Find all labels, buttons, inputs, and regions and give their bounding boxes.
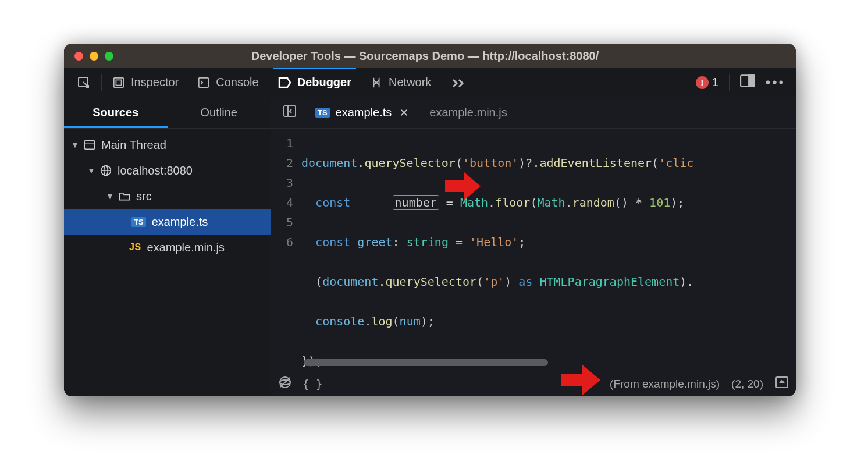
tree-host-label: localhost:8080 [118,164,193,177]
svg-rect-1 [114,77,124,87]
sidebar-tab-sources-label: Sources [93,106,138,119]
chevron-down-icon: ▼ [71,140,78,150]
highlighted-token: number [393,195,439,210]
tree-file-js-label: example.min.js [147,241,225,254]
source-tree: ▼ Main Thread ▼ localhost:8080 ▼ src TS … [64,129,271,260]
svg-rect-6 [84,141,95,149]
tab-inspector-label: Inspector [131,76,179,89]
ts-badge-icon: TS [315,108,330,118]
sidebar-tab-outline-label: Outline [201,106,237,119]
tab-debugger-label: Debugger [297,76,351,89]
editor-pane: TS example.ts ✕ example.min.js 1 2 3 4 5… [271,97,796,396]
code-line: (document.querySelector('p') as HTMLPara… [301,272,796,292]
file-tab-label: example.min.js [429,106,507,119]
close-tab-icon[interactable]: ✕ [400,106,408,119]
tree-main-thread[interactable]: ▼ Main Thread [64,132,271,158]
tab-debugger[interactable]: Debugger [269,68,360,97]
svg-line-15 [280,378,290,387]
file-tab-example-ts[interactable]: TS example.ts ✕ [306,97,418,128]
devtools-toolbar: Inspector Console Debugger Network ! 1 [64,68,796,97]
cursor-position: (2, 20) [731,378,763,390]
code-line: console.log(num); [301,311,796,331]
line-gutter: 1 2 3 4 5 6 [271,129,299,371]
error-icon: ! [696,76,709,89]
picker-icon[interactable] [69,68,99,97]
code-content: document.querySelector('button')?.addEve… [299,129,796,371]
minimize-window-button[interactable] [90,52,98,61]
editor-statusbar: { } (From example.min.js) (2, 20) [271,371,796,396]
sourcemap-origin: (From example.min.js) [610,378,720,390]
sidebar-tab-sources[interactable]: Sources [64,97,168,128]
file-tab-bar: TS example.ts ✕ example.min.js [271,97,796,129]
chevron-down-icon: ▼ [106,191,113,201]
sources-sidebar: Sources Outline ▼ Main Thread ▼ localhos… [64,97,271,396]
error-indicator[interactable]: ! 1 [696,76,718,89]
svg-rect-3 [199,77,209,87]
svg-rect-5 [749,75,755,87]
toggle-panel-icon[interactable] [775,376,789,392]
blackbox-icon[interactable] [278,375,292,392]
dock-icon[interactable] [740,74,755,90]
file-tab-example-min-js[interactable]: example.min.js [420,97,516,128]
horizontal-scrollbar[interactable] [304,359,548,366]
code-line: const greet: string = 'Hello'; [301,232,796,252]
close-window-button[interactable] [74,52,83,61]
tree-main-thread-label: Main Thread [101,138,166,152]
window-titlebar: Developer Tools — Sourcemaps Demo — http… [64,44,796,68]
tab-network-label: Network [389,76,431,89]
globe-icon [100,165,112,176]
tree-file-example-min-js[interactable]: JS example.min.js [64,235,271,260]
toggle-sidebar-icon[interactable] [276,105,304,120]
chevron-down-icon: ▼ [87,166,94,175]
file-tab-label: example.ts [336,106,392,119]
tab-console-label: Console [216,76,258,89]
tree-folder-label: src [136,190,152,203]
maximize-window-button[interactable] [105,52,113,61]
tree-file-ts-label: example.ts [152,215,208,229]
code-line: document.querySelector('button')?.addEve… [301,153,796,173]
tab-network[interactable]: Network [362,68,439,97]
sidebar-tab-outline[interactable]: Outline [168,97,271,128]
window-icon [84,140,95,150]
tab-inspector[interactable]: Inspector [104,68,187,97]
code-line: const number = Math.floor(Math.random() … [301,193,796,212]
pretty-print-button[interactable]: { } [303,378,322,390]
window-title: Developer Tools — Sourcemaps Demo — http… [124,49,796,63]
svg-rect-2 [116,80,121,85]
traffic-lights [74,52,113,61]
tree-folder-src[interactable]: ▼ src [64,183,271,209]
overflow-tabs-icon[interactable] [442,68,474,97]
code-editor[interactable]: 1 2 3 4 5 6 document.querySelector('butt… [271,129,796,371]
folder-icon [119,191,130,201]
kebab-menu-icon[interactable]: ••• [766,74,785,91]
ts-badge-icon: TS [131,217,146,227]
tree-host[interactable]: ▼ localhost:8080 [64,158,271,183]
error-count: 1 [712,76,718,89]
tab-console[interactable]: Console [189,68,266,97]
devtools-window: Developer Tools — Sourcemaps Demo — http… [64,44,796,396]
js-badge-icon: JS [129,242,141,253]
tree-file-example-ts[interactable]: TS example.ts [64,209,271,235]
